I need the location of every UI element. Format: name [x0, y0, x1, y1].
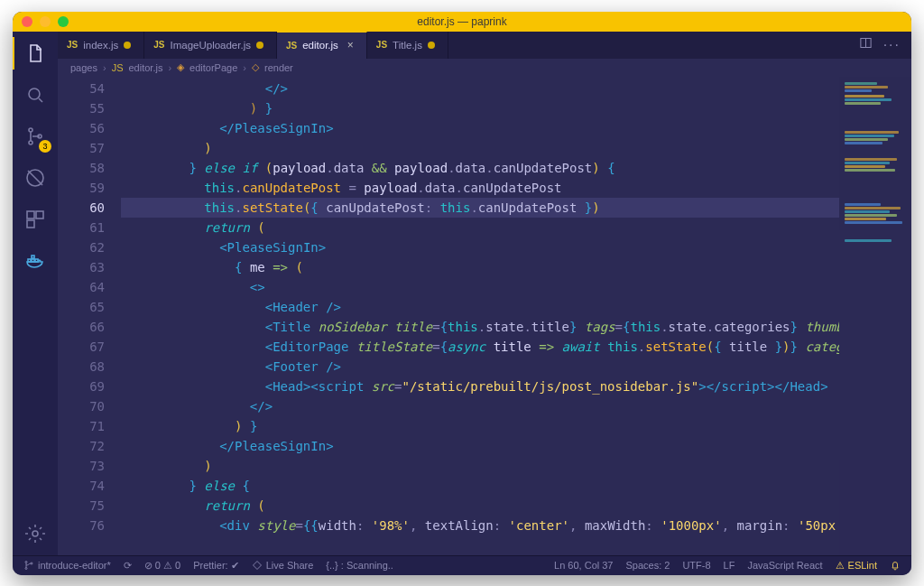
tab-label: editor.js	[302, 40, 338, 51]
tab-label: index.js	[83, 40, 118, 51]
editor-group: JS index.js JS ImageUploader.js JS edito…	[58, 32, 911, 555]
settings-gear-icon[interactable]	[23, 521, 48, 546]
status-eol[interactable]: LF	[724, 560, 735, 571]
docker-icon[interactable]	[23, 248, 48, 274]
titlebar[interactable]: editor.js — paprink	[13, 12, 911, 32]
zoom-window-button[interactable]	[58, 16, 69, 27]
debug-icon[interactable]	[23, 165, 48, 191]
branch-name: introduce-editor*	[38, 560, 111, 571]
chevron-right-icon: ›	[243, 62, 246, 73]
tab-index-js[interactable]: JS index.js	[58, 32, 144, 59]
tab-title-js[interactable]: JS Title.js	[367, 32, 448, 59]
status-scanning[interactable]: {..} : Scanning..	[326, 560, 393, 571]
modified-dot-icon	[124, 42, 131, 49]
warning-icon: ⚠	[836, 560, 845, 572]
tab-imageuploader-js[interactable]: JS ImageUploader.js	[144, 32, 277, 59]
js-file-icon: JS	[153, 40, 164, 50]
liveshare-label: Live Share	[266, 560, 314, 571]
status-branch[interactable]: introduce-editor*	[23, 560, 111, 571]
status-bell-icon[interactable]	[890, 560, 901, 571]
status-bar: introduce-editor* ⟳ ⊘ 0 ⚠ 0 Prettier: ✔ …	[13, 555, 911, 575]
method-icon: ◇	[252, 61, 259, 73]
workbench: 3 JS index.js	[13, 32, 911, 555]
svg-rect-7	[27, 220, 34, 228]
status-language[interactable]: JavaScript React	[747, 560, 822, 571]
modified-dot-icon	[256, 42, 263, 49]
modified-dot-icon	[428, 42, 435, 49]
status-encoding[interactable]: UTF-8	[682, 560, 710, 571]
close-tab-icon[interactable]: ×	[347, 39, 354, 51]
svg-rect-5	[27, 211, 34, 219]
tab-label: ImageUploader.js	[170, 40, 251, 51]
js-file-icon: JS	[112, 62, 124, 73]
svg-point-1	[29, 128, 32, 132]
app-window: editor.js — paprink 3	[13, 12, 911, 575]
activity-bar: 3	[13, 32, 58, 555]
symbol-icon: ◈	[177, 61, 184, 73]
svg-point-12	[32, 531, 38, 536]
eslint-label: ESLint	[848, 560, 877, 571]
scm-badge: 3	[39, 140, 51, 153]
status-sync[interactable]: ⟳	[124, 560, 132, 572]
breadcrumb[interactable]: pages › JS editor.js › ◈ editorPage › ◇ …	[58, 59, 911, 77]
svg-point-16	[31, 563, 32, 564]
svg-rect-11	[32, 256, 34, 258]
tab-label: Title.js	[393, 40, 422, 51]
extensions-icon[interactable]	[23, 207, 48, 232]
js-file-icon: JS	[286, 41, 297, 51]
source-control-icon[interactable]: 3	[23, 124, 48, 149]
status-prettier[interactable]: Prettier: ✔	[193, 560, 239, 572]
minimize-window-button[interactable]	[40, 16, 51, 27]
chevron-right-icon: ›	[168, 62, 171, 73]
status-spaces[interactable]: Spaces: 2	[625, 560, 670, 571]
explorer-icon[interactable]	[23, 41, 48, 66]
breadcrumb-item[interactable]: editor.js	[129, 62, 163, 73]
status-problems[interactable]: ⊘ 0 ⚠ 0	[144, 560, 180, 572]
more-actions-icon[interactable]: ···	[883, 37, 901, 53]
tab-bar: JS index.js JS ImageUploader.js JS edito…	[58, 32, 911, 59]
breadcrumb-item[interactable]: pages	[70, 62, 97, 73]
status-cursor[interactable]: Ln 60, Col 37	[554, 560, 613, 571]
js-file-icon: JS	[376, 40, 387, 50]
svg-point-2	[29, 141, 32, 144]
status-eslint[interactable]: ⚠ ESLint	[836, 560, 877, 572]
text-editor[interactable]: 5455565758596061626364656667686970717273…	[58, 77, 911, 555]
search-activity-icon[interactable]	[23, 82, 48, 107]
svg-point-0	[29, 88, 40, 99]
window-title: editor.js — paprink	[13, 15, 911, 28]
split-editor-icon[interactable]	[859, 36, 873, 53]
line-number-gutter[interactable]: 5455565758596061626364656667686970717273…	[58, 77, 121, 555]
svg-point-14	[25, 562, 27, 563]
chevron-right-icon: ›	[103, 62, 106, 73]
svg-rect-6	[36, 211, 43, 219]
minimap[interactable]	[839, 77, 911, 555]
breadcrumb-item[interactable]: render	[264, 62, 293, 73]
code-content[interactable]: </> ) } </PleaseSignIn> ) } else if (pay…	[121, 77, 839, 555]
svg-point-15	[25, 568, 27, 570]
traffic-lights	[22, 16, 69, 27]
tab-editor-js[interactable]: JS editor.js ×	[277, 32, 367, 59]
breadcrumb-item[interactable]: editorPage	[189, 62, 237, 73]
js-file-icon: JS	[67, 40, 78, 50]
tab-actions: ···	[859, 32, 911, 59]
close-window-button[interactable]	[22, 16, 32, 27]
status-liveshare[interactable]: Live Share	[252, 560, 314, 571]
